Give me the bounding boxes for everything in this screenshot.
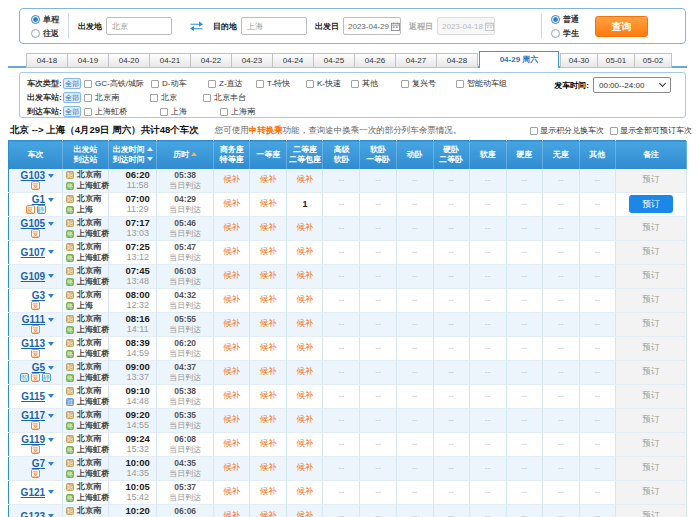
expand-triangle-icon[interactable] xyxy=(48,222,54,226)
seat-availability[interactable]: 候补 xyxy=(223,294,240,304)
swap-cities-icon[interactable] xyxy=(190,21,203,31)
seat-availability[interactable]: 候补 xyxy=(296,174,313,184)
seat-availability[interactable]: 候补 xyxy=(260,414,277,424)
seat-availability[interactable]: 候补 xyxy=(223,318,240,328)
seat-availability[interactable]: 候补 xyxy=(223,270,240,280)
train-number-link[interactable]: G121 xyxy=(21,487,45,498)
transfer-link[interactable]: 中转换乘 xyxy=(249,125,283,135)
seat-availability[interactable]: 候补 xyxy=(296,438,313,448)
seat-availability[interactable]: 候补 xyxy=(223,510,240,517)
date-tab[interactable]: 04-20 xyxy=(108,53,150,68)
date-tab[interactable]: 04-27 xyxy=(395,53,437,68)
filter-option[interactable]: 北京 xyxy=(150,92,203,103)
train-number-link[interactable]: G103 xyxy=(21,170,45,181)
filter-option[interactable]: Z-直达 xyxy=(208,78,256,89)
date-tab[interactable]: 04-30 xyxy=(560,53,598,68)
col-header[interactable]: 历时 xyxy=(157,141,214,169)
seat-availability[interactable]: 候补 xyxy=(223,198,240,208)
filter-option[interactable]: T-特快 xyxy=(256,78,306,89)
train-number-link[interactable]: G7 xyxy=(32,458,45,469)
seat-availability[interactable]: 候补 xyxy=(296,246,313,256)
seat-availability[interactable]: 候补 xyxy=(223,222,240,232)
seat-availability[interactable]: 候补 xyxy=(296,318,313,328)
date-tab[interactable]: 04-18 xyxy=(26,53,68,68)
to-city-input[interactable]: 上海 xyxy=(241,17,307,35)
train-number-link[interactable]: G111 xyxy=(22,314,45,325)
expand-triangle-icon[interactable] xyxy=(48,250,54,254)
train-number-link[interactable]: G119 xyxy=(21,434,45,445)
seat-availability[interactable]: 候补 xyxy=(260,174,277,184)
filter-all-tag[interactable]: 全部 xyxy=(63,106,81,117)
filter-option[interactable]: GC-高铁/城际 xyxy=(84,78,151,89)
seat-availability[interactable]: 候补 xyxy=(296,270,313,280)
depart-time-select[interactable]: 00:00--24:00 xyxy=(593,77,671,93)
result-toggle[interactable]: 显示全部可预订车次 xyxy=(610,125,692,136)
date-tab[interactable]: 05-02 xyxy=(634,53,672,68)
filter-option[interactable]: 上海 xyxy=(160,106,220,117)
date-tab[interactable]: 04-19 xyxy=(67,53,109,68)
date-tab-active[interactable]: 04-29 周六 xyxy=(479,51,559,68)
train-number-link[interactable]: G107 xyxy=(21,247,45,258)
expand-triangle-icon[interactable] xyxy=(48,394,54,398)
trip-type-option[interactable]: 往返 xyxy=(31,28,59,39)
seat-availability[interactable]: 候补 xyxy=(223,390,240,400)
filter-option[interactable]: 北京南 xyxy=(84,92,150,103)
result-toggle[interactable]: 显示积分兑换车次 xyxy=(530,125,604,136)
date-tab[interactable]: 04-21 xyxy=(149,53,191,68)
trip-type-selected[interactable]: 单程 xyxy=(31,14,59,25)
filter-option[interactable]: 智能动车组 xyxy=(456,78,556,89)
train-number-link[interactable]: G117 xyxy=(21,410,45,421)
seat-availability[interactable]: 候补 xyxy=(260,438,277,448)
filter-option[interactable]: D-动车 xyxy=(151,78,208,89)
date-tab[interactable]: 04-22 xyxy=(190,53,232,68)
seat-availability[interactable]: 候补 xyxy=(296,462,313,472)
filter-option[interactable]: 北京丰台 xyxy=(203,92,303,103)
seat-availability[interactable]: 候补 xyxy=(260,486,277,496)
seat-availability[interactable]: 候补 xyxy=(296,510,313,517)
expand-triangle-icon[interactable] xyxy=(48,414,54,418)
date-tab[interactable]: 04-25 xyxy=(313,53,355,68)
seat-availability[interactable]: 候补 xyxy=(223,486,240,496)
train-number-link[interactable]: G109 xyxy=(21,271,45,282)
train-number-link[interactable]: G3 xyxy=(32,290,45,301)
seat-availability[interactable]: 候补 xyxy=(296,342,313,352)
seat-availability[interactable]: 候补 xyxy=(296,390,313,400)
expand-triangle-icon[interactable] xyxy=(48,490,54,494)
seat-availability[interactable]: 候补 xyxy=(260,246,277,256)
seat-availability[interactable]: 候补 xyxy=(260,342,277,352)
train-number-link[interactable]: G105 xyxy=(21,218,45,229)
date-tab[interactable]: 04-23 xyxy=(231,53,273,68)
filter-option[interactable]: 上海虹桥 xyxy=(84,106,160,117)
seat-availability[interactable]: 候补 xyxy=(223,414,240,424)
date-tab[interactable]: 04-28 xyxy=(436,53,478,68)
seat-availability[interactable]: 候补 xyxy=(223,174,240,184)
expand-triangle-icon[interactable] xyxy=(48,366,54,370)
seat-availability[interactable]: 候补 xyxy=(260,510,277,517)
train-number-link[interactable]: G1 xyxy=(32,194,45,205)
expand-triangle-icon[interactable] xyxy=(48,174,54,178)
expand-triangle-icon[interactable] xyxy=(48,294,54,298)
train-number-link[interactable]: G123 xyxy=(21,511,45,517)
seat-availability[interactable]: 候补 xyxy=(296,414,313,424)
date-tab[interactable]: 04-24 xyxy=(272,53,314,68)
seat-availability[interactable]: 候补 xyxy=(223,246,240,256)
expand-triangle-icon[interactable] xyxy=(48,198,54,202)
expand-triangle-icon[interactable] xyxy=(48,318,54,322)
seat-availability[interactable]: 候补 xyxy=(296,366,313,376)
seat-availability[interactable]: 候补 xyxy=(260,222,277,232)
filter-option[interactable]: 其他 xyxy=(351,78,401,89)
date-tab[interactable]: 05-01 xyxy=(597,53,635,68)
seat-availability[interactable]: 候补 xyxy=(260,366,277,376)
from-city-input[interactable]: 北京 xyxy=(106,17,172,35)
passenger-type-selected[interactable]: 普通 xyxy=(551,14,579,25)
expand-triangle-icon[interactable] xyxy=(48,342,54,346)
seat-availability[interactable]: 候补 xyxy=(296,486,313,496)
train-number-link[interactable]: G115 xyxy=(21,391,45,402)
depart-date-input[interactable]: 2023-04-29 xyxy=(343,17,401,35)
train-number-link[interactable]: G5 xyxy=(32,362,45,373)
query-button[interactable]: 查询 xyxy=(595,16,648,37)
passenger-type-option[interactable]: 学生 xyxy=(551,28,579,39)
book-button[interactable]: 预订 xyxy=(629,195,673,213)
seat-availability[interactable]: 候补 xyxy=(260,294,277,304)
seat-availability[interactable]: 候补 xyxy=(260,390,277,400)
